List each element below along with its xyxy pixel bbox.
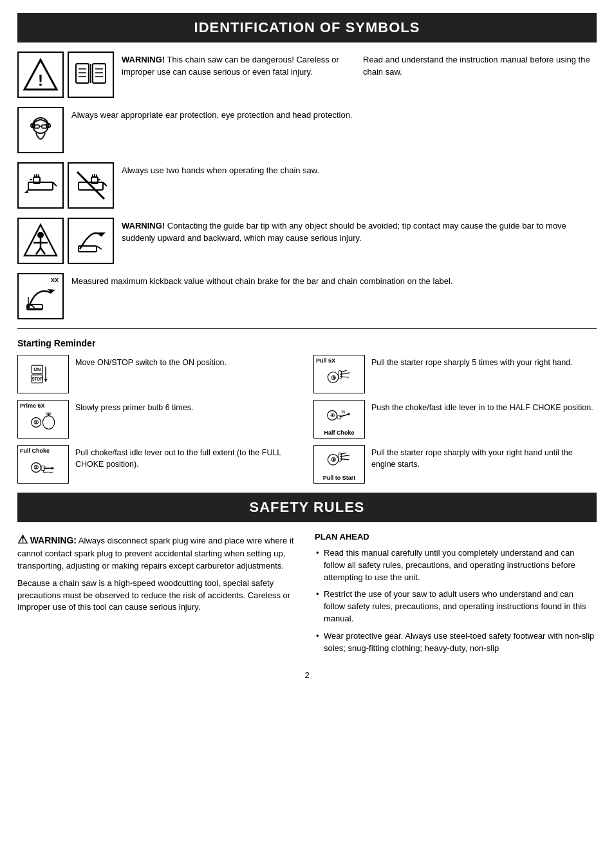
kickback-saw-icon bbox=[68, 218, 114, 264]
kickback-warning-bold: WARNING! bbox=[122, 221, 165, 231]
svg-text:ON: ON bbox=[33, 366, 41, 372]
warning-triangle-safety: ⚠ bbox=[17, 533, 28, 546]
symbol-row-protection: Always wear appropriate ear protection, … bbox=[17, 107, 597, 153]
protection-text: Always wear appropriate ear protection, … bbox=[71, 107, 597, 122]
page-number: 2 bbox=[17, 670, 597, 680]
svg-marker-66 bbox=[348, 412, 349, 415]
page-title: IDENTIFICATION OF SYMBOLS bbox=[17, 19, 597, 36]
full-choke-label: Full Choke bbox=[20, 448, 50, 454]
safety-warning-para: ⚠ WARNING: Always disconnect spark plug … bbox=[17, 531, 299, 572]
warning-bold-label: WARNING! bbox=[122, 55, 165, 64]
prime-6x-icon: Prime 6X ① bbox=[17, 400, 69, 439]
svg-marker-50 bbox=[44, 379, 48, 382]
safety-left-column: ⚠ WARNING: Always disconnect spark plug … bbox=[17, 531, 299, 660]
step-pull-start: Pull to Start ⑤ Pull the starter r bbox=[313, 445, 597, 484]
safety-para2: Because a chain saw is a high-speed wood… bbox=[17, 578, 299, 614]
kickback-warning-description: Contacting the guide bar tip with any ob… bbox=[122, 221, 566, 243]
max-kickback-icon: XX bbox=[17, 273, 64, 319]
two-hands-text: Always use two hands when operating the … bbox=[122, 162, 597, 177]
starting-reminder-section: Starting Reminder ON STOP bbox=[17, 338, 597, 484]
kickback-person-icon bbox=[17, 218, 64, 264]
full-choke-icon: Full Choke ② bbox=[17, 445, 69, 484]
step-prime-6x-text: Slowly press primer bulb 6 times. bbox=[75, 400, 301, 414]
two-hands-icons bbox=[17, 162, 114, 209]
bullet-item-2: Restrict the use of your saw to adult us… bbox=[315, 589, 597, 625]
safety-rules-title: SAFETY RULES bbox=[17, 499, 597, 516]
safety-warning-bold: WARNING: bbox=[30, 535, 77, 545]
svg-text:③: ③ bbox=[331, 374, 336, 381]
book-description: Read and understand the instruction manu… bbox=[363, 55, 590, 77]
kickback-icons bbox=[17, 218, 114, 264]
svg-marker-71 bbox=[51, 467, 53, 470]
svg-text:①: ① bbox=[33, 419, 39, 426]
max-kickback-icons: XX bbox=[17, 273, 64, 319]
pull-start-label: Pull to Start bbox=[314, 475, 364, 481]
svg-line-37 bbox=[41, 248, 45, 254]
symbol-row-two-hands: Always use two hands when operating the … bbox=[17, 162, 597, 209]
step-pull-5x-text: Pull the starter rope sharply 5 times wi… bbox=[371, 355, 597, 369]
safety-rules-header: SAFETY RULES bbox=[17, 493, 597, 522]
page-container: IDENTIFICATION OF SYMBOLS ! bbox=[11, 0, 603, 693]
symbol-icons-warning: ! bbox=[17, 52, 114, 98]
half-choke-label: Half Choke bbox=[314, 429, 364, 436]
max-kickback-description: Measured maximum kickback value without … bbox=[71, 276, 453, 286]
bullet-item-1: Read this manual carefully until you com… bbox=[315, 547, 597, 584]
prime-6x-label: Prime 6X bbox=[20, 402, 45, 409]
step-half-choke-text: Push the choke/fast idle lever in to the… bbox=[371, 400, 597, 414]
svg-text:½: ½ bbox=[341, 409, 345, 415]
protection-description: Always wear appropriate ear protection, … bbox=[71, 110, 352, 120]
safety-rules-content: ⚠ WARNING: Always disconnect spark plug … bbox=[17, 531, 597, 660]
book-icon bbox=[68, 52, 114, 98]
step-on-stop: ON STOP Move ON/STOP switch to the ON po… bbox=[17, 355, 301, 393]
step-full-choke-text: Pull choke/fast idle lever out to the fu… bbox=[75, 445, 301, 470]
symbol-row-kickback: WARNING! Contacting the guide bar tip wi… bbox=[17, 218, 597, 264]
hand-icon-2 bbox=[68, 162, 114, 209]
symbol-row-warning: ! WARNING! This chain bbox=[17, 52, 597, 98]
step-on-stop-text: Move ON/STOP switch to the ON position. bbox=[75, 355, 301, 369]
page-header: IDENTIFICATION OF SYMBOLS bbox=[17, 13, 597, 42]
svg-line-40 bbox=[97, 246, 102, 249]
pull-5x-label: Pull 5X bbox=[316, 357, 335, 364]
plan-ahead-title: PLAN AHEAD bbox=[315, 531, 597, 543]
bullet-item-3: Wear protective gear. Always use steel-t… bbox=[315, 630, 597, 655]
svg-point-59 bbox=[42, 416, 54, 429]
svg-line-36 bbox=[36, 248, 41, 254]
step-prime-6x: Prime 6X ① Slowly press primer bulb 6 ti… bbox=[17, 400, 301, 439]
step-pull-start-text: Pull the starter rope sharply with your … bbox=[371, 445, 597, 470]
starting-steps-grid: ON STOP Move ON/STOP switch to the ON po… bbox=[17, 355, 597, 484]
svg-line-31 bbox=[77, 172, 104, 199]
warning-text: WARNING! This chain saw can be dangerous… bbox=[122, 52, 355, 79]
svg-text:STOP: STOP bbox=[32, 377, 42, 381]
two-hands-description: Always use two hands when operating the … bbox=[122, 165, 319, 175]
svg-text:②: ② bbox=[33, 464, 39, 471]
svg-text:⑤: ⑤ bbox=[331, 456, 336, 463]
step-half-choke: Half Choke ④ ½ Push th bbox=[313, 400, 597, 439]
book-text: Read and understand the instruction manu… bbox=[363, 52, 597, 79]
svg-rect-17 bbox=[28, 182, 53, 190]
svg-text:④: ④ bbox=[330, 413, 335, 419]
plan-ahead-bullets: Read this manual carefully until you com… bbox=[315, 547, 597, 655]
svg-text:!: ! bbox=[38, 71, 43, 89]
half-choke-icon: Half Choke ④ ½ bbox=[313, 400, 365, 439]
kickback-warning-text: WARNING! Contacting the guide bar tip wi… bbox=[122, 218, 597, 245]
svg-rect-67 bbox=[337, 415, 341, 419]
hand-icon-1 bbox=[17, 162, 64, 209]
pull-start-icon: Pull to Start ⑤ bbox=[313, 445, 365, 484]
max-kickback-text: Measured maximum kickback value without … bbox=[71, 273, 597, 288]
pull-5x-icon: Pull 5X ③ bbox=[313, 355, 365, 393]
protection-icons bbox=[17, 107, 64, 153]
svg-rect-2 bbox=[76, 64, 89, 83]
starting-reminder-title: Starting Reminder bbox=[17, 338, 597, 348]
safety-right-column: PLAN AHEAD Read this manual carefully un… bbox=[315, 531, 597, 660]
ear-eye-protection-icon bbox=[17, 107, 64, 153]
svg-rect-3 bbox=[93, 64, 106, 83]
step-full-choke: Full Choke ② Pull cho bbox=[17, 445, 301, 484]
symbol-row-max-kickback: XX Measured maximum kickback value witho… bbox=[17, 273, 597, 319]
svg-point-33 bbox=[37, 232, 44, 238]
section-divider bbox=[17, 328, 597, 329]
xx-label: XX bbox=[51, 277, 59, 283]
warning-triangle-icon: ! bbox=[17, 52, 64, 98]
on-stop-icon: ON STOP bbox=[17, 355, 69, 393]
step-pull-5x: Pull 5X ③ Pull the starter rope sh bbox=[313, 355, 597, 393]
